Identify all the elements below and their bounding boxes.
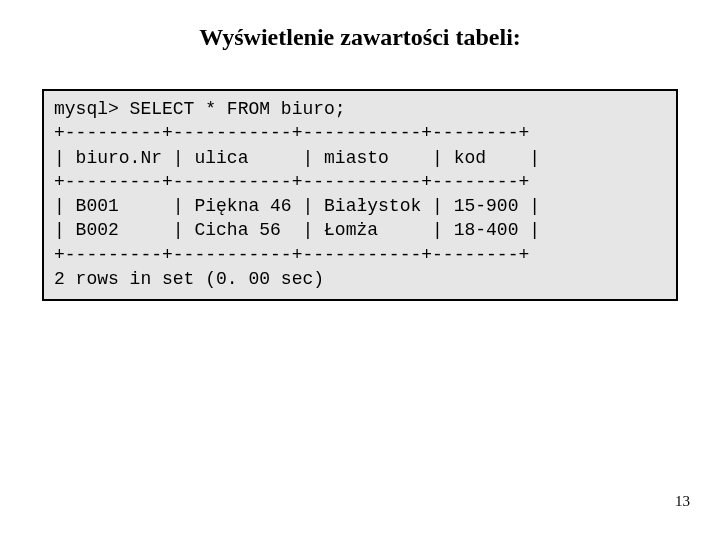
code-line: | B001 | Piękna 46 | Białystok | 15-900 … [54,196,540,216]
page-number: 13 [675,493,690,510]
slide-page: Wyświetlenie zawartości tabeli: mysql> S… [0,0,720,540]
code-line: | B002 | Cicha 56 | Łomża | 18-400 | [54,220,540,240]
code-line: +---------+-----------+-----------+-----… [54,123,529,143]
sql-output-box: mysql> SELECT * FROM biuro; +---------+-… [42,89,678,301]
code-line: +---------+-----------+-----------+-----… [54,245,529,265]
code-line: | biuro.Nr | ulica | miasto | kod | [54,148,540,168]
code-line: 2 rows in set (0. 00 sec) [54,269,324,289]
page-title: Wyświetlenie zawartości tabeli: [0,0,720,51]
code-line: mysql> SELECT * FROM biuro; [54,99,346,119]
code-line: +---------+-----------+-----------+-----… [54,172,529,192]
